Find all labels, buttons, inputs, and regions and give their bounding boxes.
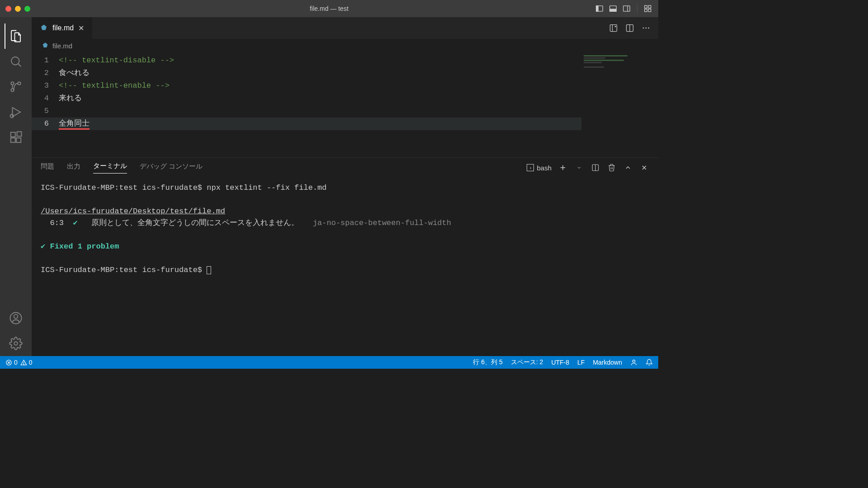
shell-name: bash [537,164,552,172]
terminal-output[interactable]: ICS-Furudate-MBP:test ics-furudate$ npx … [32,178,658,356]
line-number: 3 [32,80,59,92]
svg-point-14 [11,82,14,84]
svg-rect-3 [610,9,617,11]
titlebar: file.md — test [0,0,658,17]
code-content: <!-- textlint-disable --> [59,54,581,67]
svg-rect-9 [648,9,651,12]
panel-tab-debug[interactable]: デバッグ コンソール [140,162,203,174]
compare-changes-icon[interactable] [608,22,619,34]
status-warnings[interactable]: 0 [20,359,33,366]
minimap[interactable] [581,52,658,157]
breadcrumb-filename: file.md [52,42,72,50]
svg-point-28 [643,28,644,29]
warning-icon [20,359,27,366]
panel-tab-problems[interactable]: 問題 [41,162,54,174]
close-tab-icon[interactable]: ✕ [78,24,84,33]
close-panel-icon[interactable] [639,163,649,173]
code-content: 来れる [59,92,581,105]
status-bar: 0 0 行 6、列 5 スペース: 2 UTF-8 LF Markdown [0,356,658,369]
code-line[interactable]: 1<!-- textlint-disable --> [32,54,581,67]
status-cursor-position[interactable]: 行 6、列 5 [473,358,502,366]
kill-terminal-icon[interactable] [607,163,617,173]
editor-tab-file-md[interactable]: file.md ✕ [32,17,93,39]
svg-point-10 [11,57,19,65]
maximize-panel-icon[interactable] [623,163,633,173]
terminal-cursor [207,266,211,274]
svg-point-29 [646,28,647,29]
status-indentation[interactable]: スペース: 2 [511,358,543,366]
notifications-icon[interactable] [646,359,653,366]
svg-rect-1 [596,6,599,11]
customize-layout-icon[interactable] [643,4,653,14]
warning-count: 0 [29,359,33,366]
breadcrumb[interactable]: file.md [32,39,658,52]
svg-rect-6 [645,5,647,8]
close-window-button[interactable] [5,6,11,12]
svg-point-41 [24,364,24,364]
check-icon: ✔ [73,219,77,227]
lint-rule: ja-no-space-between-full-width [313,219,451,227]
terminal-command: npx textlint --fix file.md [207,183,326,192]
lint-location: 6:3 [41,219,73,227]
status-encoding[interactable]: UTF-8 [551,359,569,366]
layout-secondary-side-icon[interactable] [622,4,632,14]
status-errors[interactable]: 0 [5,359,18,366]
feedback-icon[interactable] [630,359,637,366]
layout-primary-side-icon[interactable] [594,4,604,14]
svg-rect-20 [17,132,22,136]
markdown-file-icon [40,24,48,32]
search-icon[interactable] [5,49,27,74]
svg-line-11 [18,64,21,66]
code-line[interactable]: 3<!-- textlint-enable --> [32,80,581,92]
svg-point-22 [14,314,18,319]
line-number: 2 [32,67,59,80]
lint-message: 原則として、全角文字どうしの間にスペースを入れません。 [78,219,313,227]
window-controls [5,6,30,12]
panel-tab-terminal[interactable]: ターミナル [93,162,127,174]
svg-rect-18 [11,138,15,142]
terminal-filepath: /Users/ics-furudate/Desktop/test/file.md [41,207,225,216]
status-language[interactable]: Markdown [593,359,622,366]
panel-tab-output[interactable]: 出力 [67,162,80,174]
accounts-icon[interactable] [5,305,27,331]
code-line[interactable]: 4来れる [32,92,581,105]
line-number: 1 [32,54,59,67]
svg-rect-4 [623,6,630,11]
code-content [59,105,581,117]
terminal-dropdown-icon[interactable] [574,163,584,173]
more-actions-icon[interactable] [640,22,652,34]
svg-rect-17 [11,132,15,137]
line-number: 4 [32,92,59,105]
code-line[interactable]: 5 [32,105,581,117]
code-line[interactable]: 6全角同士 [32,117,581,130]
status-eol[interactable]: LF [577,359,585,366]
svg-point-42 [632,360,635,362]
split-terminal-icon[interactable] [590,163,600,173]
svg-point-30 [648,28,650,29]
terminal-shell-selector[interactable]: › bash [527,164,552,172]
svg-rect-8 [645,9,647,12]
terminal-prompt: ICS-Furudate-MBP:test ics-furudate$ [41,266,207,274]
settings-gear-icon[interactable] [5,331,27,356]
minimize-window-button[interactable] [15,6,21,12]
maximize-window-button[interactable] [24,6,30,12]
code-content: 全角同士 [59,117,581,130]
code-content: 食べれる [59,67,581,80]
code-editor[interactable]: 1<!-- textlint-disable -->2食べれる3<!-- tex… [32,52,581,157]
window-title: file.md — test [310,5,349,12]
extensions-icon[interactable] [5,125,27,150]
svg-rect-24 [610,25,617,32]
split-editor-icon[interactable] [624,22,636,34]
svg-rect-19 [16,138,21,142]
activity-bar [0,17,32,356]
source-control-icon[interactable] [5,74,27,99]
layout-panel-icon[interactable] [608,4,618,14]
explorer-icon[interactable] [5,23,26,49]
code-line[interactable]: 2食べれる [32,67,581,80]
error-count: 0 [14,359,18,366]
svg-point-25 [615,26,616,27]
error-icon [5,359,12,366]
editor-tabs: file.md ✕ [32,17,658,39]
run-debug-icon[interactable] [5,99,27,125]
new-terminal-icon[interactable] [558,163,568,173]
